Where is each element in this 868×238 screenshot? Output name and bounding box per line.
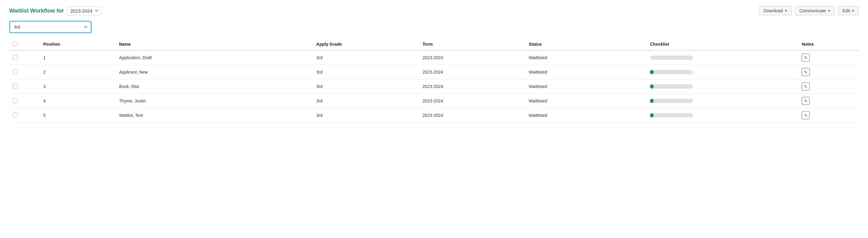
- page-title: Waitlist Workflow for: [9, 8, 64, 14]
- row-checkbox-cell: [9, 65, 40, 79]
- download-label: Download: [764, 8, 783, 13]
- row-apply-grade: 3rd: [313, 50, 419, 65]
- th-checkbox: [9, 38, 40, 50]
- notes-edit-icon[interactable]: ✎: [802, 97, 810, 105]
- row-checklist-cell: [646, 79, 798, 94]
- row-name: Book, Rita: [116, 79, 313, 94]
- row-apply-grade: 3rd: [313, 108, 419, 123]
- row-position: 4: [40, 94, 116, 108]
- row-term: 2023-2024: [419, 50, 525, 65]
- table-row: 1 Application, Draft 3rd 2023-2024 Waitl…: [9, 50, 859, 65]
- notes-edit-icon[interactable]: ✎: [802, 82, 810, 91]
- row-term: 2023-2024: [419, 94, 525, 108]
- row-checkbox[interactable]: [13, 112, 18, 117]
- row-name: Thyme, Justin: [116, 94, 313, 108]
- row-status: Waitlisted: [525, 108, 646, 123]
- table-row: 5 Waitlist, Test 3rd 2023-2024 Waitliste…: [9, 108, 859, 123]
- th-apply-grade: Apply Grade: [313, 38, 419, 50]
- row-apply-grade: 3rd: [313, 65, 419, 79]
- header-checkbox[interactable]: [13, 41, 18, 46]
- download-chevron-icon: [785, 10, 787, 12]
- th-position: Position: [40, 38, 116, 50]
- row-apply-grade: 3rd: [313, 79, 419, 94]
- th-checklist: Checklist: [646, 38, 798, 50]
- checklist-bar: [650, 99, 693, 103]
- row-checkbox-cell: [9, 108, 40, 123]
- checklist-bar: [650, 70, 693, 74]
- year-select[interactable]: 2022-20232023-20242024-2025: [67, 6, 101, 15]
- row-position: 2: [40, 65, 116, 79]
- communicate-chevron-icon: [828, 10, 830, 12]
- row-notes-cell: ✎: [798, 50, 859, 65]
- row-notes-cell: ✎: [798, 94, 859, 108]
- row-checkbox[interactable]: [13, 84, 18, 89]
- row-position: 5: [40, 108, 116, 123]
- checklist-bar: [650, 56, 693, 60]
- communicate-label: Communicate: [800, 8, 826, 13]
- row-status: Waitlisted: [525, 65, 646, 79]
- th-status: Status: [525, 38, 646, 50]
- row-status: Waitlisted: [525, 50, 646, 65]
- row-term: 2023-2024: [419, 65, 525, 79]
- row-notes-cell: ✎: [798, 79, 859, 94]
- download-button[interactable]: Download: [759, 6, 792, 15]
- th-name: Name: [116, 38, 313, 50]
- edit-button[interactable]: Edit: [838, 6, 859, 15]
- communicate-button[interactable]: Communicate: [795, 6, 835, 15]
- notes-edit-icon[interactable]: ✎: [802, 111, 810, 119]
- table-row: 3 Book, Rita 3rd 2023-2024 Waitlisted ✎: [9, 79, 859, 94]
- checklist-fill: [650, 113, 653, 117]
- grade-select-wrapper: 3rd4th5th6th7th8th9th10th11th12th: [9, 21, 92, 33]
- edit-chevron-icon: [852, 10, 854, 12]
- row-position: 1: [40, 50, 116, 65]
- grade-select[interactable]: 3rd4th5th6th7th8th9th10th11th12th: [10, 22, 90, 32]
- notes-edit-icon[interactable]: ✎: [802, 68, 810, 76]
- row-name: Applicant, New: [116, 65, 313, 79]
- table-header-row: Position Name Apply Grade Term Status Ch…: [9, 38, 859, 50]
- table-row: 4 Thyme, Justin 3rd 2023-2024 Waitlisted…: [9, 94, 859, 108]
- row-checkbox[interactable]: [13, 55, 18, 60]
- checklist-fill: [650, 70, 653, 74]
- th-notes: Notes: [798, 38, 859, 50]
- header-left: Waitlist Workflow for 2022-20232023-2024…: [9, 6, 101, 15]
- checklist-bar: [650, 84, 693, 89]
- row-checkbox-cell: [9, 79, 40, 94]
- row-term: 2023-2024: [419, 108, 525, 123]
- row-status: Waitlisted: [525, 79, 646, 94]
- checklist-fill: [650, 99, 653, 103]
- header-actions: Download Communicate Edit: [759, 6, 859, 15]
- table-body: 1 Application, Draft 3rd 2023-2024 Waitl…: [9, 50, 859, 123]
- row-checkbox-cell: [9, 94, 40, 108]
- row-checklist-cell: [646, 94, 798, 108]
- row-notes-cell: ✎: [798, 108, 859, 123]
- row-position: 3: [40, 79, 116, 94]
- waitlist-table: Position Name Apply Grade Term Status Ch…: [9, 38, 859, 123]
- checklist-bar: [650, 113, 693, 117]
- table-row: 2 Applicant, New 3rd 2023-2024 Waitliste…: [9, 65, 859, 79]
- edit-label: Edit: [842, 8, 850, 13]
- notes-edit-icon[interactable]: ✎: [802, 54, 810, 62]
- table-header: Position Name Apply Grade Term Status Ch…: [9, 38, 859, 50]
- row-checklist-cell: [646, 108, 798, 123]
- row-checkbox[interactable]: [13, 98, 18, 103]
- row-checkbox-cell: [9, 50, 40, 65]
- row-name: Waitlist, Test: [116, 108, 313, 123]
- row-apply-grade: 3rd: [313, 94, 419, 108]
- filter-row: 3rd4th5th6th7th8th9th10th11th12th: [9, 21, 859, 33]
- row-checklist-cell: [646, 65, 798, 79]
- header-row: Waitlist Workflow for 2022-20232023-2024…: [9, 6, 859, 15]
- row-checklist-cell: [646, 50, 798, 65]
- row-term: 2023-2024: [419, 79, 525, 94]
- row-notes-cell: ✎: [798, 65, 859, 79]
- row-checkbox[interactable]: [13, 69, 18, 74]
- row-status: Waitlisted: [525, 94, 646, 108]
- row-name: Application, Draft: [116, 50, 313, 65]
- th-term: Term: [419, 38, 525, 50]
- checklist-fill: [650, 84, 653, 89]
